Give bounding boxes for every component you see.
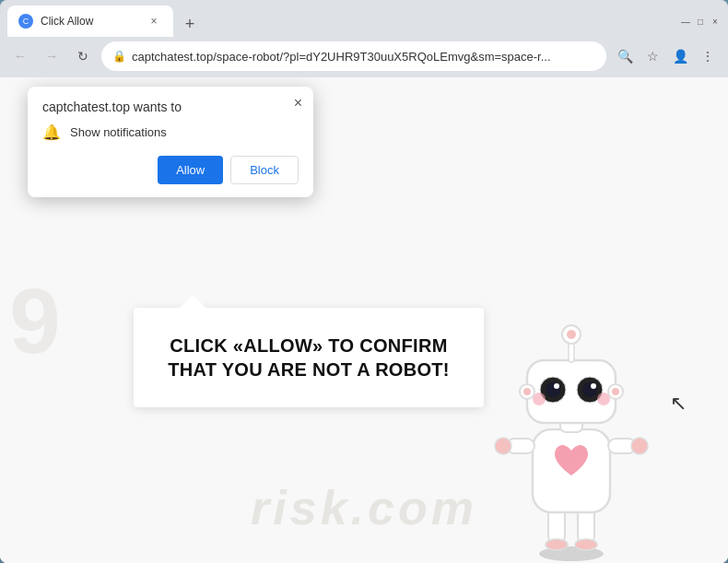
svg-point-16	[554, 383, 559, 389]
message-box: CLICK «ALLOW» TO CONFIRM THAT YOU ARE NO…	[134, 308, 484, 407]
active-tab[interactable]: C Click Allow ×	[7, 6, 173, 37]
address-bar[interactable]: 🔒 captchatest.top/space-robot/?pl=dY2UHR…	[101, 41, 606, 71]
profile-button[interactable]: 👤	[667, 43, 693, 69]
bell-icon: 🔔	[42, 123, 61, 141]
svg-point-17	[591, 383, 596, 389]
forward-button[interactable]: →	[39, 43, 65, 69]
menu-button[interactable]: ⋮	[695, 43, 721, 69]
refresh-button[interactable]: ↻	[70, 43, 96, 69]
minimize-button[interactable]: —	[680, 16, 691, 27]
block-button[interactable]: Block	[230, 156, 299, 184]
tab-favicon: C	[18, 14, 33, 29]
message-text: CLICK «ALLOW» TO CONFIRM THAT YOU ARE NO…	[167, 334, 451, 381]
maximize-button[interactable]: □	[695, 16, 706, 27]
new-tab-button[interactable]: +	[177, 11, 203, 37]
svg-point-4	[575, 539, 597, 550]
lock-icon: 🔒	[112, 50, 126, 63]
search-icon: 🔍	[617, 49, 633, 64]
tab-strip: C Click Allow × +	[7, 6, 676, 37]
robot-illustration	[470, 287, 673, 563]
back-button[interactable]: ←	[7, 43, 33, 69]
toolbar: ← → ↻ 🔒 captchatest.top/space-robot/?pl=…	[0, 37, 728, 77]
svg-point-3	[546, 539, 568, 550]
robot-svg	[470, 287, 673, 563]
svg-point-26	[612, 388, 619, 395]
page-background: 9 risk.com × captchatest.top wants to 🔔 …	[0, 77, 728, 563]
notification-row: 🔔 Show notifications	[42, 123, 299, 141]
tab-title: Click Allow	[41, 15, 138, 28]
star-icon: ☆	[647, 49, 659, 64]
toolbar-right: 🔍 ☆ 👤 ⋮	[612, 43, 721, 69]
tab-close-button[interactable]: ×	[146, 13, 162, 29]
search-button[interactable]: 🔍	[612, 43, 638, 69]
bookmark-button[interactable]: ☆	[640, 43, 665, 69]
svg-point-25	[523, 388, 531, 395]
svg-point-22	[567, 330, 576, 339]
address-text: captchatest.top/space-robot/?pl=dY2UHR9T…	[132, 50, 595, 64]
popup-buttons: Allow Block	[42, 156, 299, 184]
menu-icon: ⋮	[701, 49, 714, 64]
notification-label: Show notifications	[70, 125, 167, 139]
title-bar: C Click Allow × + — □ ×	[0, 0, 728, 37]
popup-title: captchatest.top wants to	[42, 100, 299, 114]
allow-button[interactable]: Allow	[158, 156, 223, 184]
browser-frame: C Click Allow × + — □ × ← → ↻ 🔒 captchat…	[0, 0, 728, 563]
notification-popup: × captchatest.top wants to 🔔 Show notifi…	[28, 87, 313, 197]
browser-content: 9 risk.com × captchatest.top wants to 🔔 …	[0, 77, 728, 563]
profile-icon: 👤	[673, 49, 688, 64]
svg-point-9	[631, 438, 648, 454]
window-close-button[interactable]: ×	[710, 16, 721, 27]
popup-close-button[interactable]: ×	[294, 96, 302, 111]
svg-point-8	[495, 438, 511, 454]
window-controls: — □ ×	[680, 16, 721, 27]
